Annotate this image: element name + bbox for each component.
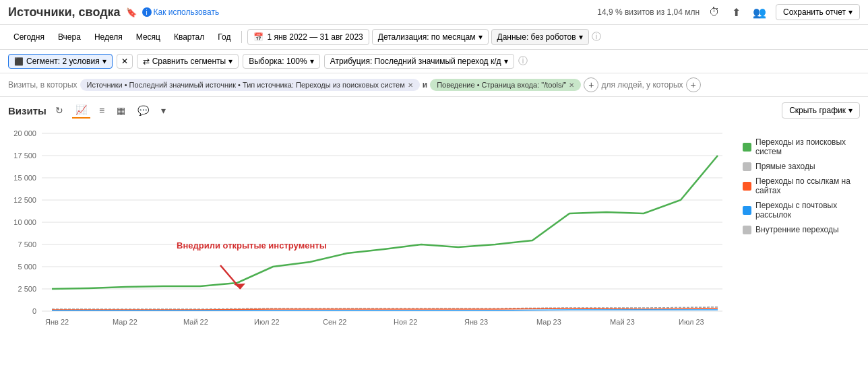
- detail-select[interactable]: Детализация: по месяцам ▾: [372, 29, 489, 45]
- remove-tag2-icon[interactable]: ✕: [569, 81, 574, 89]
- date-range-button[interactable]: 📅 1 янв 2022 — 31 авг 2023: [247, 29, 369, 45]
- date-quarter-btn[interactable]: Квартал: [168, 30, 210, 44]
- svg-text:Мар 23: Мар 23: [536, 318, 561, 326]
- and-label: и: [423, 80, 427, 90]
- chart-header: Визиты ↻ 📈 ≡ ▦ 💬 ▾ Скрыть график ▾: [0, 97, 868, 124]
- svg-text:5 000: 5 000: [18, 263, 36, 271]
- chevron-down-icon: ▾: [579, 32, 583, 42]
- annotation-arrow-head: [234, 284, 245, 289]
- for-people-label: для людей, у которых: [601, 80, 683, 90]
- svg-text:Ноя 22: Ноя 22: [394, 318, 417, 326]
- segment-tag-2: Поведение • Страница входа: "/tools/" ✕: [430, 79, 581, 91]
- visits-label: Визиты: [8, 105, 46, 117]
- data-filter-button[interactable]: Данные: без роботов ▾: [491, 29, 589, 45]
- visits-info: 14,9 % визитов из 1,04 млн: [597, 7, 700, 17]
- date-toolbar: Сегодня Вчера Неделя Месяц Квартал Год 📅…: [0, 25, 868, 50]
- legend-checkbox-direct[interactable]: [743, 162, 751, 171]
- date-today-btn[interactable]: Сегодня: [8, 30, 50, 44]
- divider: [241, 31, 242, 43]
- svg-text:Сен 22: Сен 22: [323, 318, 346, 326]
- legend-label-email: Переходы с почтовых рассылок: [755, 201, 860, 220]
- legend-item-referral: Переходы по ссылкам на сайтах: [743, 176, 860, 195]
- segment-dropdown[interactable]: ⬛ Сегмент: 2 условия ▾: [8, 54, 113, 69]
- bar-chart-btn[interactable]: ▦: [113, 103, 129, 118]
- chart-svg-area: 20 000 17 500 15 000 12 500 10 000 7 500…: [8, 124, 736, 335]
- svg-text:10 000: 10 000: [13, 218, 36, 226]
- legend-item-search: Переходы из поисковых систем: [743, 137, 860, 156]
- annotation-text: Внедрили открытые инструменты: [177, 240, 327, 251]
- chevron-down-icon: ▾: [228, 57, 232, 66]
- header-left: Источники, сводка 🔖 i Как использовать: [8, 5, 219, 20]
- svg-text:Май 22: Май 22: [183, 318, 208, 326]
- legend-checkbox-search[interactable]: [743, 143, 751, 152]
- segment-bar: Визиты, в которых Источники • Последний …: [0, 73, 868, 97]
- bubble-chart-btn[interactable]: 💬: [134, 103, 152, 118]
- clock-icon-btn[interactable]: ⏱: [706, 5, 722, 20]
- chevron-down-icon: ▾: [102, 57, 106, 66]
- chevron-down-icon: ▾: [504, 57, 508, 66]
- chevron-down-icon: ▾: [848, 106, 852, 115]
- legend-checkbox-email[interactable]: [743, 206, 751, 215]
- bookmark-icon[interactable]: 🔖: [126, 7, 137, 18]
- chart-container: 20 000 17 500 15 000 12 500 10 000 7 500…: [0, 124, 868, 335]
- legend-checkbox-internal[interactable]: [743, 226, 751, 234]
- compare-segments-dropdown[interactable]: ⇄ Сравнить сегменты ▾: [137, 54, 239, 69]
- svg-text:Мар 22: Мар 22: [113, 318, 137, 326]
- date-yesterday-btn[interactable]: Вчера: [53, 30, 86, 44]
- page-header: Источники, сводка 🔖 i Как использовать 1…: [0, 0, 868, 25]
- svg-text:0: 0: [32, 307, 36, 315]
- compare-icon: ⇄: [143, 57, 150, 66]
- remove-tag1-icon[interactable]: ✕: [408, 81, 413, 89]
- header-right: 14,9 % визитов из 1,04 млн ⏱ ⬆ 👥 Сохрани…: [597, 4, 860, 20]
- chevron-down-btn[interactable]: ▾: [158, 103, 169, 118]
- svg-text:Июл 23: Июл 23: [679, 318, 704, 326]
- close-segment-btn[interactable]: ✕: [117, 54, 133, 69]
- svg-text:15 000: 15 000: [13, 174, 36, 182]
- attribution-info-icon[interactable]: ⓘ: [518, 55, 528, 67]
- save-report-button[interactable]: Сохранить отчет ▾: [776, 4, 860, 20]
- add-people-condition-button[interactable]: +: [686, 77, 701, 92]
- people-icon-btn[interactable]: 👥: [750, 5, 769, 20]
- date-week-btn[interactable]: Неделя: [89, 30, 128, 44]
- svg-text:Июл 22: Июл 22: [254, 318, 280, 326]
- line-chart-btn[interactable]: 📈: [72, 102, 90, 119]
- chevron-down-icon: ▾: [478, 32, 483, 42]
- svg-text:2 500: 2 500: [18, 285, 36, 293]
- info-icon: i: [142, 7, 152, 17]
- legend-label-direct: Прямые заходы: [755, 162, 815, 171]
- legend-label-search: Переходы из поисковых систем: [755, 137, 860, 156]
- sample-dropdown[interactable]: Выборка: 100% ▾: [243, 54, 319, 69]
- svg-text:12 500: 12 500: [13, 196, 36, 204]
- svg-text:Янв 22: Янв 22: [45, 318, 69, 326]
- segment-tag-1: Источники • Последний значимый источник …: [80, 79, 420, 91]
- chevron-down-icon: ▾: [848, 7, 852, 17]
- legend-item-direct: Прямые заходы: [743, 162, 860, 171]
- legend-checkbox-referral[interactable]: [743, 182, 751, 191]
- chart-svg: 20 000 17 500 15 000 12 500 10 000 7 500…: [8, 124, 736, 333]
- chart-legend: Переходы из поисковых систем Прямые захо…: [736, 124, 860, 335]
- legend-item-email: Переходы с почтовых рассылок: [743, 201, 860, 220]
- add-condition-button[interactable]: +: [584, 77, 598, 92]
- area-chart-btn[interactable]: ≡: [96, 103, 108, 118]
- filter-bar: ⬛ Сегмент: 2 условия ▾ ✕ ⇄ Сравнить сегм…: [0, 50, 868, 73]
- svg-text:Янв 23: Янв 23: [464, 318, 488, 326]
- hide-chart-button[interactable]: Скрыть график ▾: [782, 102, 860, 119]
- legend-label-referral: Переходы по ссылкам на сайтах: [755, 176, 860, 195]
- upload-icon-btn[interactable]: ⬆: [729, 5, 743, 20]
- data-filter-info-icon[interactable]: ⓘ: [592, 31, 601, 43]
- legend-label-internal: Внутренние переходы: [755, 225, 839, 234]
- calendar-icon: 📅: [253, 32, 264, 42]
- how-to-use-link[interactable]: i Как использовать: [142, 7, 220, 17]
- visits-in-label: Визиты, в которых: [8, 80, 78, 90]
- page-title: Источники, сводка: [8, 5, 121, 20]
- segment-icon: ⬛: [14, 57, 24, 66]
- date-year-btn[interactable]: Год: [212, 30, 236, 44]
- attribution-dropdown[interactable]: Атрибуция: Последний значимый переход к/…: [324, 54, 514, 69]
- legend-item-internal: Внутренние переходы: [743, 225, 860, 234]
- date-month-btn[interactable]: Месяц: [131, 30, 166, 44]
- chevron-down-icon: ▾: [310, 57, 314, 66]
- refresh-btn[interactable]: ↻: [52, 103, 67, 118]
- chart-header-left: Визиты ↻ 📈 ≡ ▦ 💬 ▾: [8, 102, 169, 119]
- svg-text:7 500: 7 500: [18, 240, 36, 248]
- svg-text:Май 23: Май 23: [610, 318, 635, 326]
